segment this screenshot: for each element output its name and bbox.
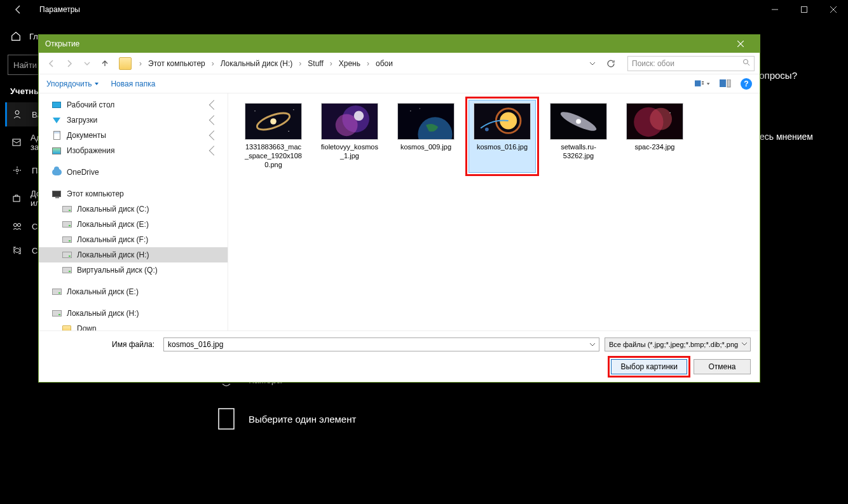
file-item[interactable]: setwalls.ru-53262.jpg (545, 100, 612, 173)
nav-recent-button[interactable] (79, 56, 95, 71)
sidebar-item-icon (11, 137, 22, 148)
chevron-right-icon: › (139, 59, 142, 68)
organize-button[interactable]: Упорядочить (46, 79, 99, 88)
tree-item[interactable]: Локальный диск (H:) (39, 247, 228, 262)
breadcrumb-segment[interactable]: Локальный диск (H:) (218, 58, 296, 69)
file-item[interactable]: kosmos_016.jpg (468, 100, 536, 173)
tree-item-label: Локальный диск (H:) (67, 309, 139, 318)
dialog-titlebar: Открытие (39, 35, 760, 53)
cloud-icon (51, 167, 62, 177)
breadcrumb-segment[interactable]: Хрень (336, 58, 363, 69)
nav-forward-button[interactable] (62, 56, 77, 71)
svg-point-39 (650, 108, 672, 130)
dialog-search-input[interactable]: Поиск: обои (627, 56, 755, 71)
file-item[interactable]: fioletovyy_kosmos_1.jpg (316, 100, 383, 173)
minimize-button[interactable] (760, 0, 790, 19)
filename-input[interactable]: kosmos_016.jpg (163, 337, 599, 351)
file-name: setwalls.ru-53262.jpg (548, 142, 609, 161)
file-thumbnail (397, 103, 455, 140)
file-thumbnail (626, 103, 683, 140)
window-controls (760, 0, 848, 19)
filename-dropdown[interactable] (587, 339, 598, 350)
tree-item[interactable]: Документы (39, 128, 228, 143)
dialog-toolbar: Упорядочить Новая папка ? (39, 74, 760, 93)
dialog-close-button[interactable] (728, 35, 753, 53)
drive-icon (51, 308, 62, 318)
svg-point-1 (15, 111, 19, 114)
help-icon[interactable]: ? (741, 78, 752, 90)
back-button[interactable] (9, 0, 28, 19)
folder-tree[interactable]: Рабочий столЗагрузкиДокументыИзображения… (39, 93, 228, 330)
chevron-right-icon: › (299, 59, 301, 68)
tree-item[interactable]: Локальный диск (C:) (39, 201, 228, 217)
nav-up-button[interactable] (97, 56, 113, 71)
breadcrumb-segment[interactable]: Stuff (305, 58, 325, 69)
tree-item[interactable]: Загрузки (39, 112, 228, 128)
open-button[interactable]: Выбор картинки (611, 359, 687, 374)
dialog-title: Открытие (45, 39, 79, 48)
svg-point-5 (14, 224, 17, 227)
file-thumbnail (550, 103, 607, 140)
img-icon (51, 146, 62, 156)
file-name: 1331883663_mac_space_1920x1080.png (243, 142, 304, 170)
chevron-right-icon: › (330, 59, 332, 68)
refresh-button[interactable] (602, 56, 620, 71)
filename-value: kosmos_016.jpg (168, 340, 223, 349)
svg-rect-15 (727, 79, 730, 87)
file-name: kosmos_009.jpg (399, 142, 453, 153)
close-button[interactable] (819, 0, 848, 19)
breadcrumb-dropdown[interactable] (589, 60, 596, 67)
tree-item[interactable]: Локальный диск (E:) (39, 217, 228, 232)
doc-icon (51, 130, 62, 140)
tree-item-label: Down (77, 324, 97, 330)
file-thumbnail (474, 103, 531, 140)
new-folder-button[interactable]: Новая папка (111, 79, 155, 88)
maximize-button[interactable] (790, 0, 819, 19)
file-name: spac-234.jpg (634, 142, 676, 153)
nav-back-button[interactable] (44, 56, 59, 71)
tree-item[interactable]: Виртуальный диск (Q:) (39, 262, 228, 278)
settings-titlebar: Параметры (0, 0, 848, 19)
drive-icon (62, 250, 72, 260)
breadcrumb-segment[interactable]: Этот компьютер (146, 58, 208, 69)
sidebar-item-icon (11, 193, 22, 204)
tree-item-label: Загрузки (67, 116, 97, 125)
breadcrumb-segment[interactable]: обои (373, 58, 395, 69)
file-item[interactable]: kosmos_009.jpg (392, 100, 460, 173)
tree-item[interactable]: Локальный диск (H:) (39, 306, 228, 321)
tree-item[interactable]: Down (39, 321, 228, 330)
file-item[interactable]: 1331883663_mac_space_1920x1080.png (240, 100, 307, 173)
search-placeholder: Поиск: обои (632, 59, 674, 68)
drive-icon (62, 265, 72, 275)
preview-pane-button[interactable] (718, 78, 733, 90)
tree-item-label: Документы (67, 131, 106, 140)
file-item[interactable]: spac-234.jpg (621, 100, 688, 173)
pc-icon (51, 189, 62, 199)
breadcrumb[interactable]: ›Этот компьютер›Локальный диск (H:)›Stuf… (138, 58, 587, 69)
drive-icon (62, 235, 72, 245)
file-thumbnail (245, 103, 302, 140)
view-mode-button[interactable] (695, 78, 710, 90)
tree-item[interactable]: Этот компьютер (39, 186, 228, 201)
desktop-icon (51, 100, 62, 110)
svg-point-3 (16, 169, 18, 172)
tree-item[interactable]: Рабочий стол (39, 97, 228, 112)
cancel-button[interactable]: Отмена (694, 359, 751, 374)
tree-item-label: OneDrive (67, 168, 99, 177)
svg-point-6 (18, 224, 21, 227)
tree-item[interactable]: Локальный диск (F:) (39, 232, 228, 247)
file-thumbnail (321, 103, 378, 140)
tree-item[interactable]: Изображения (39, 143, 228, 158)
drive-icon (51, 287, 62, 297)
svg-point-33 (485, 128, 489, 132)
tree-item-label: Локальный диск (E:) (67, 287, 139, 296)
file-list[interactable]: 1331883663_mac_space_1920x1080.pngfiolet… (228, 93, 760, 330)
tree-item[interactable]: OneDrive (39, 165, 228, 180)
file-type-filter[interactable]: Все файлы (*.jpg;*.jpeg;*.bmp;*.dib;*.pn… (605, 337, 751, 351)
tree-item[interactable]: Локальный диск (E:) (39, 284, 228, 299)
svg-rect-13 (702, 83, 704, 85)
tree-item-label: Виртуальный диск (Q:) (77, 266, 158, 275)
settings-title: Параметры (39, 5, 80, 14)
down-icon (51, 115, 62, 125)
folder-icon (62, 324, 72, 330)
